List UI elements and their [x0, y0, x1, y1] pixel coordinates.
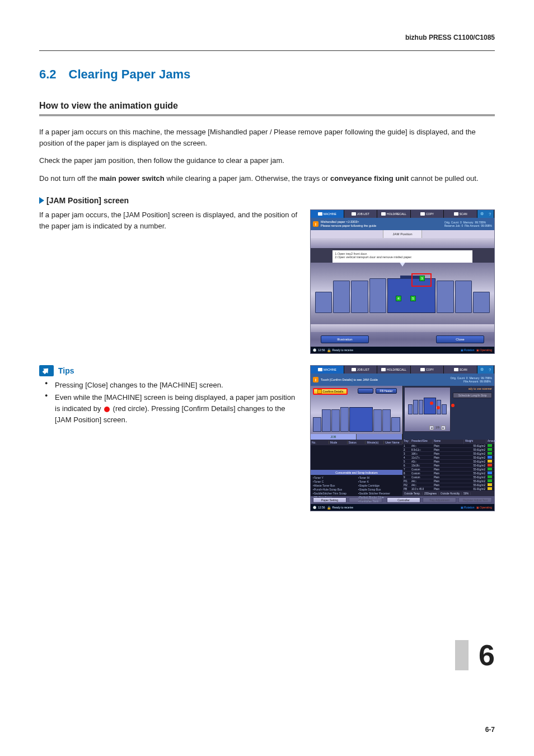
ready-scanner-text: ady to use scanner	[469, 387, 492, 390]
ss1-jam-label-row: JAM Position	[311, 230, 494, 238]
intro-p1: If a paper jam occurs on this machine, t…	[39, 127, 495, 148]
tab-copy[interactable]: COPY	[411, 210, 444, 218]
jam-reddot	[430, 402, 433, 405]
tray-row: 28.5x11□Plain55-61g/m2	[402, 448, 494, 452]
paper-setting-tab[interactable]: Paper Setting	[313, 497, 346, 503]
jam-position-screenshot: MACHINE JOB LIST HOLD/RECALL COPY SCAN ⚙…	[310, 209, 495, 354]
intro-p3: Do not turn off the main power switch wh…	[39, 173, 495, 184]
help-icon: ?	[489, 212, 491, 216]
red-dot-icon	[104, 407, 110, 412]
ss1-counters: Orig. Count 0 Memory 99.788% Reserve Job…	[444, 221, 492, 228]
confirm-details-button[interactable]: Confirm Details	[313, 388, 348, 395]
status-rotation: ▣ Rotation	[461, 506, 475, 509]
ss2-tab-tools[interactable]: ⚙?	[477, 366, 494, 374]
ss1-status-bar: 🕐12:56 🔒Ready to receive ▣ Rotation▣ Ope…	[311, 347, 494, 353]
tab-recall[interactable]: HOLD/RECALL	[377, 210, 411, 218]
section-title: 6.2Clearing Paper Jams	[39, 67, 495, 82]
job-list-area	[311, 445, 402, 470]
page-number: 6-7	[485, 726, 495, 734]
chapter-marker: 6	[455, 638, 495, 672]
tray-row: 7CustomPlain55-61g/m2	[402, 468, 494, 472]
consumables-list: Toner YToner CWaste Toner BoxPunch-Hole …	[311, 475, 402, 496]
tips-heading: Tips	[39, 365, 300, 376]
tray-row: 8CustomPlain55-61g/m2	[402, 472, 494, 475]
ss1-button-row: Illustration Close	[311, 332, 494, 347]
schedule-button[interactable]: Schedule Long/In Strip	[453, 393, 492, 398]
tab-joblist[interactable]: JOB LIST	[344, 210, 378, 218]
tray-row: 1A4□Plain55-61g/m2	[402, 444, 494, 448]
tray-row: 5A3□Plain55-61g/m2	[402, 460, 494, 464]
tray-row: PI2A4□Plain55-61g/m2	[402, 483, 494, 487]
tray-row: PI1A4□Plain55-61g/m2	[402, 479, 494, 483]
ss1-message-text: Mishandled paper <J-3303>Please remove p…	[321, 220, 442, 227]
gear-icon: ⚙	[480, 367, 484, 372]
intro-p2: Check the paper jam position, then follo…	[39, 155, 495, 166]
job-tab[interactable]: JOB	[311, 434, 357, 440]
heater-button[interactable]	[358, 388, 373, 394]
close-button[interactable]: Close	[436, 335, 484, 343]
ss1-tabbar: MACHINE JOB LIST HOLD/RECALL COPY SCAN ⚙…	[311, 210, 494, 218]
tab-machine[interactable]: MACHINE	[311, 210, 344, 218]
controller-tab[interactable]: Controller	[387, 497, 420, 503]
jam-position-heading-text: [JAM Position] screen	[46, 196, 129, 205]
tray-row: 411x17□Plain55-61g/m2	[402, 456, 494, 460]
subheading-1: How to view the animation guide	[39, 101, 495, 111]
both-sides-tab[interactable]: Both Sides	[349, 497, 382, 503]
ss2-preview: ◄1/9►	[404, 387, 451, 432]
pager-next-icon[interactable]: ►	[441, 426, 446, 430]
illustration-button[interactable]: Illustration	[321, 335, 369, 343]
tray-row: 9CustomPlain55-61g/m2	[402, 475, 494, 479]
pager-prev-icon[interactable]: ◄	[429, 426, 434, 430]
tray-row: 316K□Plain55-61g/m2	[402, 452, 494, 456]
tips-label: Tips	[58, 366, 74, 375]
tip-1: Pressing [Close] changes to the [MACHINE…	[39, 380, 300, 391]
ss2-right-panel: ady to use scanner Schedule Long/In Stri…	[402, 386, 495, 440]
ss1-diagram: 3 4 5	[311, 263, 494, 324]
subheading-rule	[39, 114, 495, 116]
tray-row: 613x19□Plain55-61g/m2	[402, 464, 494, 468]
jam-reddot	[451, 404, 455, 407]
section-number: 6.2	[39, 67, 57, 82]
ss2-tab-copy[interactable]: COPY	[411, 366, 444, 374]
ss2-tab-recall[interactable]: HOLD/RECALL	[377, 366, 411, 374]
ss2-message-bar: i Touch [Confirm Details] to see JAM Gui…	[311, 374, 494, 386]
tab-tools[interactable]: ⚙?	[477, 210, 494, 218]
lock-icon: 🔒	[327, 506, 331, 510]
ss2-status-bar: 🕐12:56 🔒Ready to receive ▣ Rotation▣ Ope…	[311, 504, 494, 511]
lock-icon: 🔒	[327, 348, 331, 352]
consumables-title: Consumable and Scrap Indicators	[311, 470, 402, 475]
tray-list: 1A4□Plain55-61g/m228.5x11□Plain55-61g/m2…	[402, 444, 494, 491]
ss2-tab-scan[interactable]: SCAN	[444, 366, 477, 374]
clock-icon: 🕐	[313, 506, 316, 509]
jam-position-tab: JAM Position	[383, 230, 422, 238]
header-rule	[39, 50, 495, 51]
ss2-tab-machine[interactable]: MACHINE	[311, 366, 344, 374]
tip-2: Even while the [MACHINE] screen is being…	[39, 392, 300, 426]
header-model: bizhub PRESS C1100/C1085	[405, 34, 495, 41]
ss2-tabbar: MACHINE JOB LIST HOLD/RECALL COPY SCAN ⚙…	[311, 366, 494, 374]
ss1-message-bar: i Mishandled paper <J-3303>Please remove…	[311, 218, 494, 230]
tips-icon	[39, 365, 54, 376]
fb-heater-button[interactable]: FB Heater	[376, 388, 397, 394]
gear-icon: ⚙	[480, 212, 484, 216]
warning-icon	[317, 389, 322, 394]
tray-header: TrayPreselect/SizeNameWeightAmount	[402, 440, 494, 444]
tray-adjust-tab[interactable]: Tray Adjustment	[423, 497, 456, 503]
help-icon: ?	[489, 368, 491, 372]
jam-num-4: 4	[396, 296, 401, 301]
ss2-counters: Orig. Count 0 Memory 99.788% File Amount…	[450, 376, 492, 384]
jam-position-heading: [JAM Position] screen	[39, 196, 495, 205]
info-icon: i	[313, 377, 318, 382]
info-icon: i	[313, 221, 318, 227]
tab-scan[interactable]: SCAN	[444, 210, 477, 218]
register-adjust-tab[interactable]: Register Adjust Test	[458, 497, 492, 503]
ss1-instruction-box: 1.Open tray2 front door.2.Open vertical …	[332, 250, 472, 263]
environment-row: Outside Temp.25DegreesOutside Humidity50…	[402, 491, 494, 496]
machine-screenshot: MACHINE JOB LIST HOLD/RECALL COPY SCAN ⚙…	[310, 365, 495, 511]
ss2-bottom-tabs: Paper Setting Both Sides Controller Tray…	[311, 496, 494, 504]
jam-num-3: 3	[419, 276, 425, 281]
ss2-machine-diagram: Confirm Details FB Heater JOB	[311, 386, 402, 440]
ss2-tab-joblist[interactable]: JOB LIST	[344, 366, 378, 374]
ss2-message-text: Touch [Confirm Details] to see JAM Guide	[321, 378, 448, 382]
preview-pager[interactable]: ◄1/9►	[429, 426, 446, 430]
